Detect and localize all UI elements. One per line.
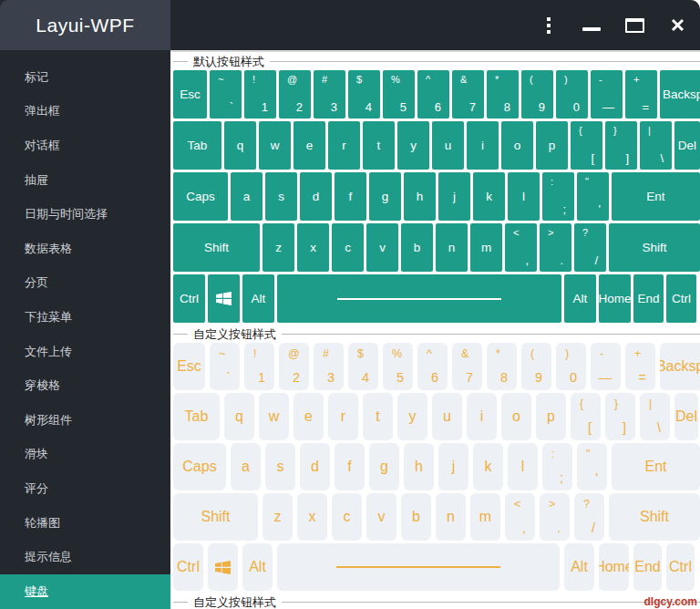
sidebar-item-carousel[interactable]: 轮播图 xyxy=(0,506,170,541)
key-f[interactable]: f xyxy=(335,443,365,490)
key-r[interactable]: r xyxy=(328,121,360,170)
key-end[interactable]: End xyxy=(633,543,662,591)
key-a[interactable]: a xyxy=(231,172,262,221)
key-v[interactable]: v xyxy=(366,223,398,272)
key-comma[interactable]: <, xyxy=(505,493,535,541)
sidebar-item-data-table[interactable]: 数据表格 xyxy=(0,232,170,266)
key-n[interactable]: n xyxy=(436,223,468,272)
key-s[interactable]: s xyxy=(265,172,297,221)
key-l[interactable]: l xyxy=(508,172,540,221)
key-backtick[interactable]: ~` xyxy=(210,343,240,390)
key-ctrl[interactable]: Ctrl xyxy=(173,274,205,323)
key-3[interactable]: #3 xyxy=(314,343,344,390)
key-apostrophe[interactable]: "' xyxy=(577,443,607,490)
sidebar-item-drawer[interactable]: 抽屉 xyxy=(0,163,170,198)
key-n[interactable]: n xyxy=(436,493,466,541)
sidebar-item-dropdown-menu[interactable]: 下拉菜单 xyxy=(0,300,170,335)
key-d[interactable]: d xyxy=(300,172,332,221)
key-del[interactable]: Del xyxy=(674,121,700,170)
key-shift[interactable]: Shift xyxy=(173,493,258,541)
key-3[interactable]: #3 xyxy=(314,70,345,119)
key-7[interactable]: &7 xyxy=(452,70,484,119)
key-p[interactable]: p xyxy=(536,393,566,440)
key-t[interactable]: t xyxy=(363,121,395,170)
key-o[interactable]: o xyxy=(501,121,533,170)
key-7[interactable]: &7 xyxy=(452,343,482,390)
key-m[interactable]: m xyxy=(470,493,500,541)
key-g[interactable]: g xyxy=(369,443,399,490)
menu-button[interactable] xyxy=(536,12,561,39)
key-slash[interactable]: ?/ xyxy=(574,223,606,272)
key-h[interactable]: h xyxy=(404,172,436,221)
key-k[interactable]: k xyxy=(473,443,503,490)
key-t[interactable]: t xyxy=(363,393,393,440)
key-equals[interactable]: += xyxy=(625,343,655,390)
key-space[interactable] xyxy=(277,543,560,591)
key-comma[interactable]: <, xyxy=(505,223,537,272)
key-right-bracket[interactable]: }] xyxy=(605,393,635,440)
key-m[interactable]: m xyxy=(470,223,502,272)
key-e[interactable]: e xyxy=(293,121,325,170)
key-w[interactable]: w xyxy=(259,121,291,170)
key-g[interactable]: g xyxy=(369,172,401,221)
key-h[interactable]: h xyxy=(404,443,434,490)
key-tab[interactable]: Tab xyxy=(173,121,221,170)
key-slash[interactable]: ?/ xyxy=(574,493,604,541)
key-9[interactable]: (9 xyxy=(521,70,553,119)
key-e[interactable]: e xyxy=(293,393,324,440)
key-right-bracket[interactable]: }] xyxy=(605,121,637,170)
key-alt[interactable]: Alt xyxy=(564,543,594,591)
key-shift[interactable]: Shift xyxy=(609,493,700,541)
key-underscore[interactable]: -— xyxy=(591,343,621,390)
sidebar-item-pagination[interactable]: 分页 xyxy=(0,266,170,301)
sidebar-item-dialog[interactable]: 对话框 xyxy=(0,129,170,163)
sidebar-item-tree[interactable]: 树形组件 xyxy=(0,403,170,438)
key-backtick[interactable]: ~` xyxy=(210,70,242,119)
key-4[interactable]: $4 xyxy=(348,343,378,390)
key-q[interactable]: q xyxy=(224,121,256,170)
key-alt[interactable]: Alt xyxy=(564,274,596,323)
key-l[interactable]: l xyxy=(508,443,538,490)
key-y[interactable]: y xyxy=(397,393,427,440)
key-alt[interactable]: Alt xyxy=(242,274,274,323)
key-del[interactable]: Del xyxy=(674,393,698,440)
key-w[interactable]: w xyxy=(259,393,289,440)
key-period[interactable]: >. xyxy=(540,493,570,541)
key-i[interactable]: i xyxy=(467,393,497,440)
key-8[interactable]: *8 xyxy=(487,70,519,119)
key-left-bracket[interactable]: {[ xyxy=(571,121,602,170)
key-6[interactable]: ^6 xyxy=(417,343,448,390)
key-alt[interactable]: Alt xyxy=(242,543,273,591)
key-1[interactable]: !1 xyxy=(244,70,276,119)
key-apostrophe[interactable]: "' xyxy=(577,172,609,221)
key-z[interactable]: z xyxy=(262,493,293,541)
sidebar-item-badge[interactable]: 标记 xyxy=(0,60,170,95)
key-b[interactable]: b xyxy=(401,223,433,272)
key-j[interactable]: j xyxy=(438,172,470,221)
key-o[interactable]: o xyxy=(501,393,531,440)
key-esc[interactable]: Esc xyxy=(173,343,205,390)
key-equals[interactable]: += xyxy=(625,70,657,119)
key-shift[interactable]: Shift xyxy=(173,223,260,272)
key-c[interactable]: c xyxy=(332,493,362,541)
key-semicolon[interactable]: :; xyxy=(542,172,574,221)
key-tab[interactable]: Tab xyxy=(173,393,220,440)
sidebar-item-popup[interactable]: 弹出框 xyxy=(0,95,170,129)
key-caps[interactable]: Caps xyxy=(173,443,226,490)
key-caps[interactable]: Caps xyxy=(173,172,228,221)
key-5[interactable]: %5 xyxy=(383,343,413,390)
sidebar-item-tooltip[interactable]: 提示信息 xyxy=(0,540,170,574)
key-windows[interactable] xyxy=(208,274,240,323)
key-backspace[interactable]: Backspace xyxy=(660,70,700,119)
key-k[interactable]: k xyxy=(473,172,505,221)
key-ent[interactable]: Ent xyxy=(612,443,700,490)
key-ctrl[interactable]: Ctrl xyxy=(173,543,203,591)
key-backspace[interactable]: Backspace xyxy=(660,343,700,390)
key-2[interactable]: @2 xyxy=(279,70,311,119)
key-ent[interactable]: Ent xyxy=(612,172,700,221)
key-backslash[interactable]: |\ xyxy=(640,393,670,440)
key-d[interactable]: d xyxy=(300,443,330,490)
key-y[interactable]: y xyxy=(397,121,429,170)
key-x[interactable]: x xyxy=(297,493,327,541)
sidebar-item-slider[interactable]: 滑块 xyxy=(0,438,170,472)
